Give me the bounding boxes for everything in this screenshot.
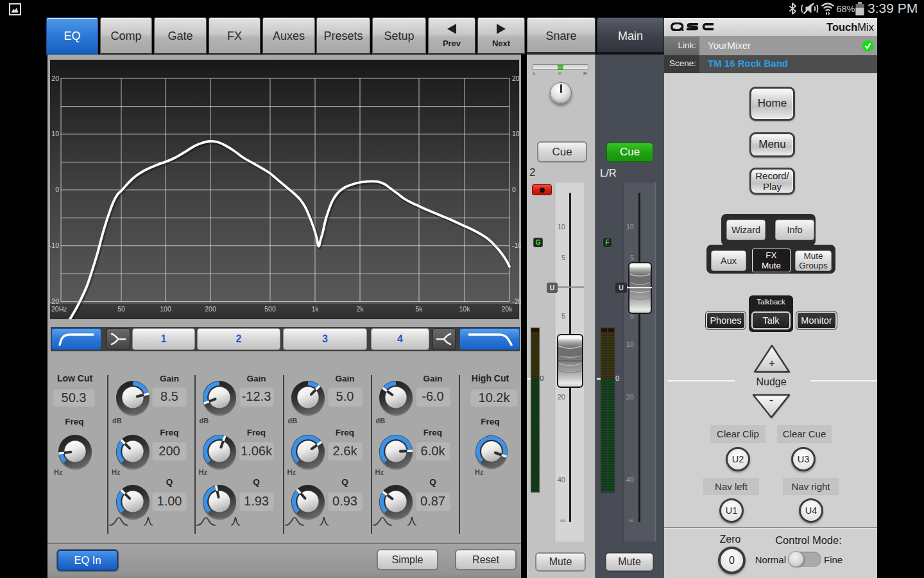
svg-text:1k: 1k	[311, 305, 319, 313]
svg-text:5k: 5k	[415, 305, 423, 313]
svg-text:10: 10	[512, 130, 520, 137]
svg-text:2k: 2k	[356, 305, 364, 313]
svg-text:100: 100	[160, 305, 171, 313]
svg-text:500: 500	[264, 305, 276, 313]
svg-text:20Hz: 20Hz	[51, 305, 67, 313]
svg-text:10k: 10k	[459, 305, 471, 313]
svg-text:0: 0	[55, 186, 59, 193]
svg-text:+: +	[769, 357, 775, 369]
svg-text:10: 10	[51, 130, 59, 137]
svg-text:-20: -20	[50, 297, 59, 305]
svg-text:0: 0	[512, 186, 516, 193]
svg-text:-10: -10	[50, 241, 59, 249]
svg-text:-20: -20	[512, 297, 521, 305]
svg-text:50: 50	[117, 305, 125, 313]
svg-text:20: 20	[51, 74, 59, 82]
svg-text:20k: 20k	[502, 305, 513, 313]
svg-text:-10: -10	[512, 241, 521, 249]
svg-text:-: -	[769, 393, 773, 407]
svg-text:200: 200	[205, 305, 216, 313]
svg-text:20: 20	[512, 74, 520, 82]
